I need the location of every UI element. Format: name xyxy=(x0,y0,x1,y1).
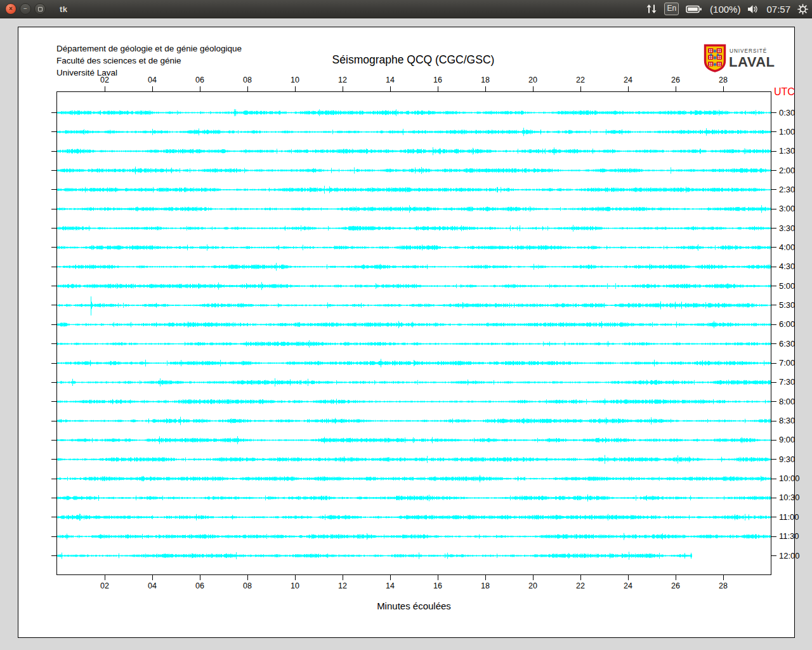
x-tick-bottom xyxy=(580,575,581,580)
minimize-button[interactable]: − xyxy=(20,3,31,15)
trace-tick-right xyxy=(771,555,776,556)
utc-time-label: 1:00 xyxy=(779,127,812,136)
utc-time-label: 5:30 xyxy=(779,300,812,310)
battery-percentage: (100%) xyxy=(710,4,740,15)
utc-time-label: 2:00 xyxy=(779,166,812,175)
x-tick-top xyxy=(200,86,200,91)
laval-crest-icon xyxy=(705,46,725,72)
utc-time-label: 1:30 xyxy=(779,146,812,156)
x-tick-label-top: 06 xyxy=(189,76,211,84)
x-tick-label-bottom: 14 xyxy=(379,581,401,590)
utc-time-label: 7:00 xyxy=(779,358,812,368)
trace-tick-left xyxy=(51,555,56,556)
utc-time-label: 11:30 xyxy=(779,531,812,541)
trace-tick-left xyxy=(51,440,56,441)
x-tick-top xyxy=(105,86,105,91)
x-tick-label-top: 26 xyxy=(665,76,686,84)
trace-tick-right xyxy=(771,228,776,229)
trace-tick-right xyxy=(771,479,776,479)
tk-window: Département de géologie et de génie géol… xyxy=(18,27,795,638)
x-tick-bottom xyxy=(438,575,438,580)
window-controls: × − xyxy=(5,3,46,15)
trace-tick-left xyxy=(51,363,56,364)
logo-text-universite: UNIVERSITÉ xyxy=(730,48,767,54)
x-axis-title: Minutes écoulées xyxy=(57,600,771,611)
x-tick-label-bottom: 24 xyxy=(617,581,639,590)
maximize-button[interactable] xyxy=(34,3,46,15)
x-tick-top xyxy=(533,86,534,91)
x-tick-top xyxy=(485,86,486,91)
volume-icon[interactable] xyxy=(747,4,759,14)
trace-tick-left xyxy=(51,267,56,267)
trace-tick-right xyxy=(771,131,776,132)
x-tick-label-bottom: 28 xyxy=(712,581,734,590)
x-tick-bottom xyxy=(390,575,391,580)
x-tick-label-bottom: 16 xyxy=(427,581,449,590)
x-tick-top xyxy=(343,86,343,91)
utc-time-label: 6:00 xyxy=(779,319,812,329)
trace-tick-right xyxy=(771,286,776,286)
x-tick-top xyxy=(390,86,391,91)
x-tick-label-bottom: 06 xyxy=(189,581,211,590)
trace-tick-left xyxy=(51,517,56,517)
trace-tick-right xyxy=(771,440,776,441)
x-tick-bottom xyxy=(247,575,248,580)
trace-tick-right xyxy=(771,170,776,171)
utc-time-label: 9:00 xyxy=(779,435,812,444)
x-tick-bottom xyxy=(200,575,200,580)
clock[interactable]: 07:57 xyxy=(766,4,790,15)
x-tick-label-bottom: 10 xyxy=(284,581,306,590)
x-tick-bottom xyxy=(533,575,534,580)
x-tick-label-top: 16 xyxy=(427,76,449,84)
settings-gear-icon[interactable] xyxy=(797,4,808,15)
trace-tick-right xyxy=(771,324,776,325)
keyboard-layout-indicator[interactable]: En xyxy=(664,3,679,15)
trace-tick-left xyxy=(51,343,56,344)
trace-tick-right xyxy=(771,247,776,248)
trace-tick-right xyxy=(771,401,776,402)
page-title: Séismographe QCQ (CGC/GSC) xyxy=(56,53,770,67)
utc-time-label: 10:30 xyxy=(779,493,812,502)
trace-tick-left xyxy=(51,286,56,286)
x-tick-label-top: 12 xyxy=(332,76,353,84)
trace-tick-left xyxy=(51,401,56,402)
trace-tick-right xyxy=(771,151,776,152)
x-tick-top xyxy=(580,86,581,91)
trace-tick-left xyxy=(51,189,56,190)
window-titlebar[interactable]: × − tk En (100%) xyxy=(0,0,812,18)
x-tick-label-top: 04 xyxy=(141,76,163,84)
x-tick-bottom xyxy=(343,575,343,580)
laval-logo: UNIVERSITÉ LAVAL xyxy=(704,44,775,73)
battery-icon[interactable] xyxy=(686,4,703,14)
seismograph-plot-area: UTC Minutes écoulées 0202040406060808101… xyxy=(56,91,771,575)
trace-tick-left xyxy=(51,382,56,383)
trace-tick-right xyxy=(771,498,776,498)
x-tick-label-top: 20 xyxy=(522,76,544,84)
utc-time-label: 4:00 xyxy=(779,242,812,252)
trace-tick-right xyxy=(771,189,776,190)
trace-tick-left xyxy=(51,112,56,113)
x-tick-label-top: 10 xyxy=(284,76,306,84)
maximize-icon xyxy=(38,7,43,11)
x-tick-label-top: 28 xyxy=(712,76,734,84)
utc-time-label: 0:30 xyxy=(779,108,812,117)
x-tick-label-bottom: 22 xyxy=(570,581,591,590)
x-tick-top xyxy=(628,86,629,91)
x-tick-label-top: 08 xyxy=(237,76,258,84)
seismogram-traces xyxy=(57,92,771,574)
close-button[interactable]: × xyxy=(5,3,16,15)
x-tick-top xyxy=(723,86,724,91)
x-tick-label-bottom: 08 xyxy=(237,581,258,590)
x-tick-label-bottom: 18 xyxy=(475,581,496,590)
trace-tick-left xyxy=(51,498,56,498)
network-arrows-icon[interactable] xyxy=(646,4,657,14)
utc-time-label: 12:00 xyxy=(779,551,812,560)
trace-tick-right xyxy=(771,343,776,344)
trace-tick-right xyxy=(771,209,776,209)
x-tick-label-top: 22 xyxy=(570,76,591,84)
trace-tick-right xyxy=(771,363,776,364)
trace-tick-left xyxy=(51,536,56,537)
trace-tick-left xyxy=(51,479,56,479)
trace-tick-right xyxy=(771,382,776,383)
x-tick-bottom xyxy=(105,575,105,580)
